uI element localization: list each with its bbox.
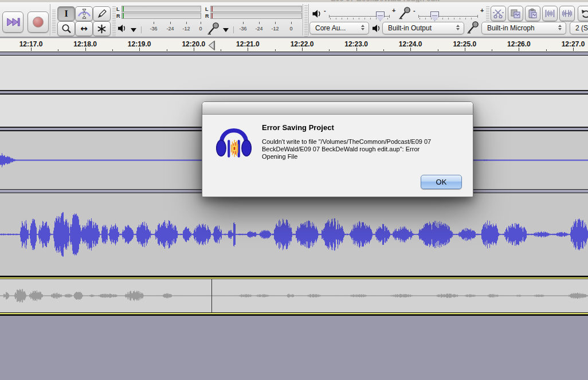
track-1[interactable] [0,56,588,90]
ruler-tick [519,48,519,51]
input-channels-value: 2 (St [575,24,588,32]
silence-audio-button[interactable] [559,6,575,21]
playback-meter-left-label: L [116,6,120,12]
volume-plus-label: + [392,7,395,14]
ok-button[interactable]: OK [421,175,462,189]
multi-tool-button[interactable] [93,21,111,36]
undo-button[interactable] [578,6,588,21]
recording-meter-dropdown[interactable] [223,26,234,33]
ok-button-label: OK [436,178,447,186]
input-device-select[interactable]: Built-in Microph [481,22,566,34]
toolbar: I ↔ [0,2,588,37]
ruler-tick [221,49,221,51]
trim-audio-button[interactable] [542,6,558,21]
multi-tool-icon [97,24,107,34]
transport-toolbar-grip[interactable] [52,10,56,33]
input-channels-select[interactable]: 2 (St [570,22,588,34]
output-device-select[interactable]: Built-in Output [382,22,464,34]
dialog-title: Error Saving Project [262,123,334,132]
tools-toolbar-grip[interactable] [112,6,116,36]
track-4[interactable] [0,193,588,276]
error-dialog: Error Saving Project Couldn't write to f… [202,101,473,197]
slider-ticks [420,18,477,19]
track-separator[interactable] [0,52,588,56]
microphone-icon [398,6,411,20]
record-button[interactable] [28,11,49,33]
envelope-tool-button[interactable] [75,6,93,21]
ruler-tick [465,48,465,51]
playhead-marker-icon[interactable] [208,41,215,50]
timeshift-icon: ↔ [80,23,88,34]
microphone-icon [206,22,220,36]
ruler-tick [438,49,438,51]
waveform-canvas[interactable] [0,279,588,312]
ruler-tick [85,48,86,51]
recording-meter-right-label: R [205,13,209,19]
ruler-label: 12:18.0 [73,40,97,48]
magnifier-icon [61,23,72,34]
selection-tool-button[interactable]: I [57,6,75,21]
ruler-tick [112,49,113,51]
clip-boundary[interactable] [211,279,212,312]
output-device-value: Built-in Output [388,24,432,32]
playback-meter-left-bar[interactable] [121,6,201,12]
stepper-icon [361,25,364,30]
ruler-tick [139,48,140,51]
ruler-tick [546,49,547,51]
audio-host-value: Core Au... [315,24,346,32]
skip-to-end-icon [6,17,21,27]
dialog-titlebar[interactable] [202,102,473,115]
mixer-toolbar-grip[interactable] [304,5,308,37]
audio-host-select[interactable]: Core Au... [309,22,369,34]
waveform-canvas[interactable] [0,193,588,276]
edit-toolbar-grip[interactable] [486,6,489,21]
copy-button[interactable] [508,6,523,21]
stepper-icon [558,25,562,30]
ruler-tick [58,49,58,51]
ruler-tick [194,48,194,51]
skip-to-end-button[interactable] [2,11,23,33]
ruler-tick [356,48,357,51]
pencil-icon [97,9,107,19]
speaker-icon [373,24,381,33]
ruler-tick [302,48,303,51]
ruler-label: 12:27.0 [562,40,585,48]
ruler-label: 12:25.0 [453,40,476,48]
copy-icon [510,8,521,19]
ruler-tick [383,49,384,51]
ruler-tick [410,48,411,51]
track-separator[interactable] [0,90,588,95]
undo-icon [581,9,588,18]
dropdown-arrow-icon [223,28,229,32]
recording-meter-left-bar[interactable] [210,6,302,12]
paste-button[interactable] [525,6,540,21]
stepper-icon [456,25,460,30]
playback-meter-right-bar[interactable] [121,13,201,19]
record-icon [33,17,44,28]
timeline-ruler[interactable]: 12:17.012:18.012:19.012:20.012:21.012:22… [0,38,588,52]
input-device-value: Built-in Microph [487,24,535,32]
audacity-window: E09 07 BeckDeWald rough edit I [0,0,588,380]
recording-meter-left-label: L [205,6,209,12]
playback-meter-cursor [123,6,124,11]
timeshift-tool-button[interactable]: ↔ [75,21,93,36]
ruler-tick [31,48,32,51]
speaker-icon [118,24,127,33]
input-volume-slider-thumb[interactable] [430,11,439,21]
track-5[interactable] [0,279,588,312]
playback-meter-dropdown[interactable] [131,26,142,33]
cut-button[interactable] [491,6,506,21]
empty-track-area[interactable] [0,316,588,380]
toolbar-separator [303,4,303,36]
output-volume-slider-thumb[interactable] [376,11,385,21]
ruler-tick [275,49,276,51]
ruler-tick [167,49,167,51]
draw-tool-button[interactable] [93,6,111,21]
dialog-message-line: Couldn't write to file "/Volumes/TheComm… [262,138,464,146]
recording-meter-right-bar[interactable] [210,13,302,19]
input-volume-slider[interactable] [418,16,478,17]
dialog-message: Couldn't write to file "/Volumes/TheComm… [262,138,464,160]
zoom-tool-button[interactable] [57,21,75,36]
ruler-label: 12:24.0 [399,40,422,48]
dropdown-arrow-icon [131,28,136,32]
